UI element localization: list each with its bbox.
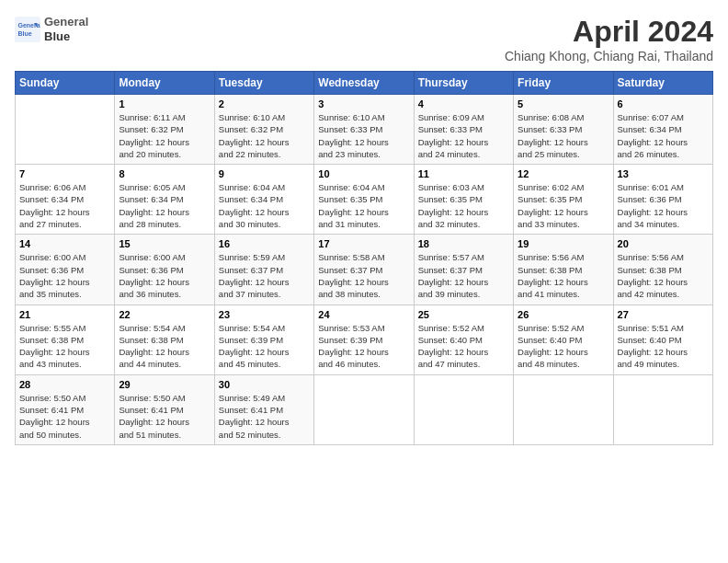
day-info: Sunrise: 5:55 AM Sunset: 6:38 PM Dayligh… [19,322,110,371]
day-info: Sunrise: 5:54 AM Sunset: 6:38 PM Dayligh… [119,322,210,371]
day-number: 29 [119,379,210,390]
day-number: 24 [318,309,409,320]
day-info: Sunrise: 5:52 AM Sunset: 6:40 PM Dayligh… [418,322,509,371]
day-info: Sunrise: 5:50 AM Sunset: 6:41 PM Dayligh… [119,392,210,441]
calendar-cell: 16Sunrise: 5:59 AM Sunset: 6:37 PM Dayli… [214,235,313,304]
calendar-cell: 17Sunrise: 5:58 AM Sunset: 6:37 PM Dayli… [314,235,414,304]
day-info: Sunrise: 6:09 AM Sunset: 6:33 PM Dayligh… [418,111,509,160]
svg-text:Blue: Blue [18,30,32,37]
day-number: 30 [219,379,310,390]
day-number: 9 [219,168,310,179]
calendar-cell: 19Sunrise: 5:56 AM Sunset: 6:38 PM Dayli… [514,235,613,304]
calendar-cell: 3Sunrise: 6:10 AM Sunset: 6:33 PM Daylig… [314,95,414,165]
day-info: Sunrise: 6:05 AM Sunset: 6:34 PM Dayligh… [119,181,210,230]
calendar-cell: 8Sunrise: 6:05 AM Sunset: 6:34 PM Daylig… [115,165,214,235]
day-number: 14 [19,238,110,249]
calendar-cell: 11Sunrise: 6:03 AM Sunset: 6:35 PM Dayli… [414,165,513,235]
day-info: Sunrise: 5:59 AM Sunset: 6:37 PM Dayligh… [219,251,310,300]
day-number: 23 [219,309,310,320]
calendar-cell: 10Sunrise: 6:04 AM Sunset: 6:35 PM Dayli… [314,165,414,235]
day-info: Sunrise: 5:54 AM Sunset: 6:39 PM Dayligh… [219,322,310,371]
day-number: 12 [518,168,609,179]
calendar-cell: 28Sunrise: 5:50 AM Sunset: 6:41 PM Dayli… [16,374,115,444]
calendar-cell: 24Sunrise: 5:53 AM Sunset: 6:39 PM Dayli… [314,304,414,374]
calendar-cell [613,374,712,444]
day-number: 16 [219,238,310,249]
header-thursday: Thursday [414,72,513,95]
day-info: Sunrise: 5:49 AM Sunset: 6:41 PM Dayligh… [219,392,310,441]
header: General Blue General Blue April 2024 Chi… [15,15,713,63]
header-friday: Friday [514,72,613,95]
calendar-cell: 27Sunrise: 5:51 AM Sunset: 6:40 PM Dayli… [613,304,712,374]
day-number: 20 [618,238,709,249]
day-number: 11 [418,168,509,179]
header-saturday: Saturday [613,72,712,95]
day-number: 27 [618,309,709,320]
calendar-cell: 2Sunrise: 6:10 AM Sunset: 6:32 PM Daylig… [214,95,313,165]
day-info: Sunrise: 6:00 AM Sunset: 6:36 PM Dayligh… [19,251,110,300]
day-number: 7 [19,168,110,179]
header-wednesday: Wednesday [314,72,414,95]
calendar-cell: 18Sunrise: 5:57 AM Sunset: 6:37 PM Dayli… [414,235,513,304]
day-number: 26 [518,309,609,320]
day-info: Sunrise: 5:53 AM Sunset: 6:39 PM Dayligh… [318,322,409,371]
day-info: Sunrise: 6:11 AM Sunset: 6:32 PM Dayligh… [119,111,210,160]
day-info: Sunrise: 6:00 AM Sunset: 6:36 PM Dayligh… [119,251,210,300]
day-number: 4 [418,98,509,109]
day-number: 1 [119,98,210,109]
day-number: 17 [318,238,409,249]
day-info: Sunrise: 6:06 AM Sunset: 6:34 PM Dayligh… [19,181,110,230]
calendar-table: Sunday Monday Tuesday Wednesday Thursday… [15,71,713,445]
logo-line1: General [44,15,88,29]
svg-rect-0 [15,17,40,42]
day-info: Sunrise: 6:01 AM Sunset: 6:36 PM Dayligh… [618,181,709,230]
calendar-cell: 20Sunrise: 5:56 AM Sunset: 6:38 PM Dayli… [613,235,712,304]
day-number: 22 [119,309,210,320]
calendar-cell: 23Sunrise: 5:54 AM Sunset: 6:39 PM Dayli… [214,304,313,374]
day-number: 21 [19,309,110,320]
day-number: 15 [119,238,210,249]
day-number: 28 [19,379,110,390]
calendar-cell: 29Sunrise: 5:50 AM Sunset: 6:41 PM Dayli… [115,374,214,444]
day-info: Sunrise: 6:10 AM Sunset: 6:32 PM Dayligh… [219,111,310,160]
day-info: Sunrise: 5:56 AM Sunset: 6:38 PM Dayligh… [518,251,609,300]
calendar-cell [514,374,613,444]
calendar-body: 1Sunrise: 6:11 AM Sunset: 6:32 PM Daylig… [16,95,713,445]
day-info: Sunrise: 5:56 AM Sunset: 6:38 PM Dayligh… [618,251,709,300]
day-info: Sunrise: 5:57 AM Sunset: 6:37 PM Dayligh… [418,251,509,300]
calendar-cell [314,374,414,444]
calendar-cell [16,95,115,165]
logo-line2: Blue [44,29,88,44]
calendar-cell: 5Sunrise: 6:08 AM Sunset: 6:33 PM Daylig… [514,95,613,165]
month-title: April 2024 [505,15,713,49]
day-number: 18 [418,238,509,249]
day-info: Sunrise: 6:04 AM Sunset: 6:34 PM Dayligh… [219,181,310,230]
calendar-cell: 15Sunrise: 6:00 AM Sunset: 6:36 PM Dayli… [115,235,214,304]
calendar-cell: 22Sunrise: 5:54 AM Sunset: 6:38 PM Dayli… [115,304,214,374]
day-info: Sunrise: 5:50 AM Sunset: 6:41 PM Dayligh… [19,392,110,441]
day-info: Sunrise: 6:02 AM Sunset: 6:35 PM Dayligh… [518,181,609,230]
calendar-cell: 13Sunrise: 6:01 AM Sunset: 6:36 PM Dayli… [613,165,712,235]
calendar-cell: 9Sunrise: 6:04 AM Sunset: 6:34 PM Daylig… [214,165,313,235]
day-number: 3 [318,98,409,109]
calendar-cell: 30Sunrise: 5:49 AM Sunset: 6:41 PM Dayli… [214,374,313,444]
logo: General Blue General Blue [15,15,88,43]
title-area: April 2024 Chiang Khong, Chiang Rai, Tha… [505,15,713,63]
calendar-cell: 6Sunrise: 6:07 AM Sunset: 6:34 PM Daylig… [613,95,712,165]
logo-icon: General Blue [15,17,40,42]
header-monday: Monday [115,72,214,95]
calendar-cell: 14Sunrise: 6:00 AM Sunset: 6:36 PM Dayli… [16,235,115,304]
day-info: Sunrise: 6:04 AM Sunset: 6:35 PM Dayligh… [318,181,409,230]
day-number: 5 [518,98,609,109]
calendar-cell: 4Sunrise: 6:09 AM Sunset: 6:33 PM Daylig… [414,95,513,165]
day-number: 6 [618,98,709,109]
calendar-cell: 12Sunrise: 6:02 AM Sunset: 6:35 PM Dayli… [514,165,613,235]
header-tuesday: Tuesday [214,72,313,95]
day-number: 8 [119,168,210,179]
calendar-cell: 26Sunrise: 5:52 AM Sunset: 6:40 PM Dayli… [514,304,613,374]
calendar-cell: 7Sunrise: 6:06 AM Sunset: 6:34 PM Daylig… [16,165,115,235]
day-number: 25 [418,309,509,320]
day-info: Sunrise: 6:10 AM Sunset: 6:33 PM Dayligh… [318,111,409,160]
header-sunday: Sunday [16,72,115,95]
day-info: Sunrise: 5:51 AM Sunset: 6:40 PM Dayligh… [618,322,709,371]
